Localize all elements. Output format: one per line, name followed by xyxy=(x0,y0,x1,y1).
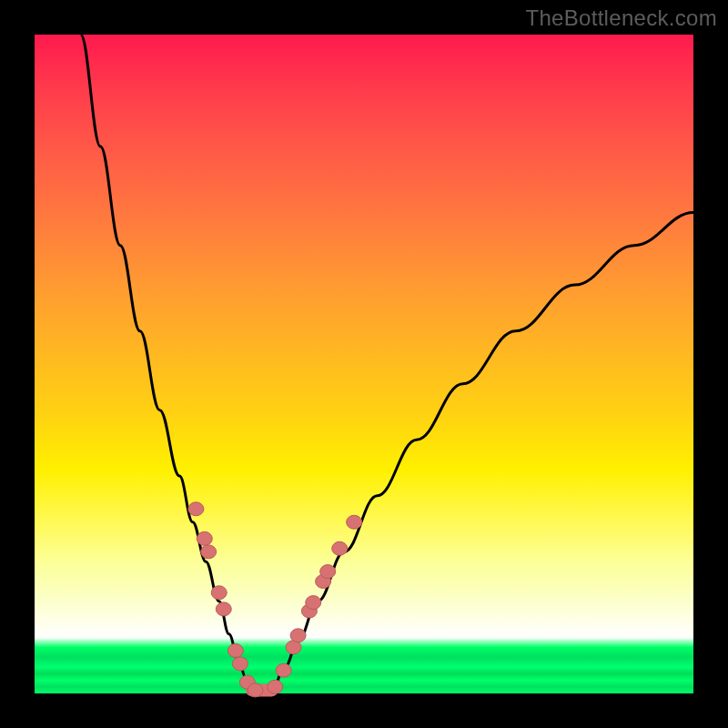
data-dot xyxy=(248,683,263,697)
data-dot xyxy=(216,602,231,616)
data-dot xyxy=(201,545,217,559)
data-dot xyxy=(347,515,362,529)
data-dot xyxy=(276,663,291,677)
data-dot xyxy=(211,586,227,600)
data-dot xyxy=(268,680,283,693)
curves-layer xyxy=(35,35,693,693)
data-dot xyxy=(188,502,204,516)
plot-area xyxy=(35,35,693,693)
data-dot xyxy=(320,565,336,579)
watermark-text: TheBottleneck.com xyxy=(525,5,717,31)
dots-right xyxy=(268,515,362,693)
chart-container: TheBottleneck.com xyxy=(0,0,728,728)
dots-left xyxy=(188,502,263,697)
data-dot xyxy=(228,643,243,657)
right-curve xyxy=(272,212,693,690)
data-dot xyxy=(232,657,248,671)
data-dot xyxy=(306,596,321,610)
data-dot xyxy=(332,541,348,555)
data-dot xyxy=(197,531,212,545)
data-dot xyxy=(290,629,306,642)
